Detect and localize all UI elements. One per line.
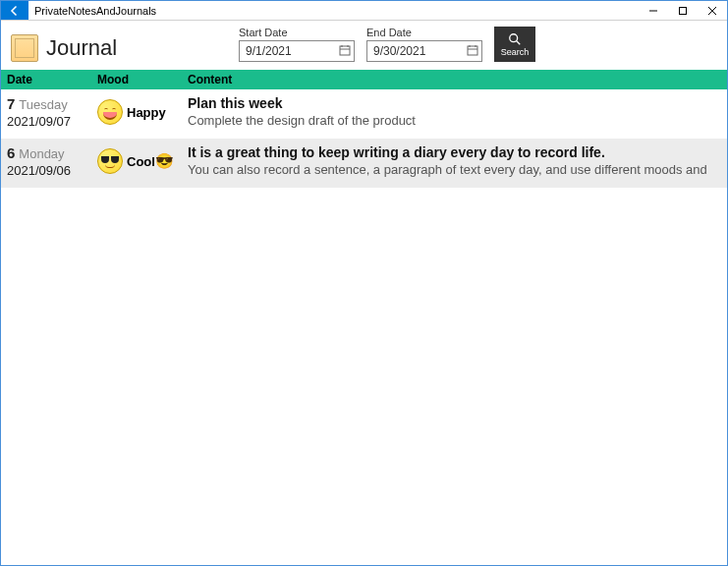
maximize-button[interactable] bbox=[668, 1, 698, 20]
page-title: Journal bbox=[46, 35, 117, 61]
end-date-input[interactable] bbox=[366, 40, 482, 62]
entry-title: It is a great thing to keep writing a di… bbox=[188, 144, 721, 160]
full-date: 2021/09/06 bbox=[7, 163, 97, 178]
svg-rect-0 bbox=[680, 7, 687, 14]
calendar-icon[interactable] bbox=[467, 44, 478, 58]
day-number: 7 bbox=[7, 95, 15, 112]
entry-content: Plan this weekComplete the design draft … bbox=[188, 95, 721, 129]
start-date-label: Start Date bbox=[239, 27, 355, 38]
search-button[interactable]: Search bbox=[494, 27, 535, 62]
journal-icon bbox=[11, 34, 38, 62]
svg-rect-1 bbox=[340, 46, 350, 55]
titlebar: PrivateNotesAndJournals bbox=[1, 1, 727, 21]
search-button-label: Search bbox=[501, 47, 530, 57]
day-number: 6 bbox=[7, 144, 15, 161]
window-controls bbox=[639, 1, 727, 20]
entry-date: 7Tuesday2021/09/07 bbox=[7, 95, 97, 129]
column-mood: Mood bbox=[97, 73, 188, 86]
back-button[interactable] bbox=[1, 1, 28, 20]
entry-mood: Happy bbox=[97, 95, 188, 129]
maximize-icon bbox=[678, 6, 688, 16]
start-date-field: Start Date bbox=[239, 27, 355, 62]
end-date-label: End Date bbox=[366, 27, 482, 38]
entry-content: It is a great thing to keep writing a di… bbox=[188, 144, 721, 178]
column-date: Date bbox=[7, 73, 97, 86]
mood-label: Happy bbox=[127, 105, 166, 120]
entry-list: 7Tuesday2021/09/07HappyPlan this weekCom… bbox=[1, 89, 727, 188]
end-date-field: End Date bbox=[366, 27, 482, 62]
toolbar: Journal Start Date End Date Search bbox=[1, 21, 727, 70]
entry-body: Complete the design draft of the product bbox=[188, 113, 721, 128]
day-name: Tuesday bbox=[19, 97, 67, 112]
column-content: Content bbox=[188, 73, 721, 86]
entry-row[interactable]: 6Monday2021/09/06Cool😎It is a great thin… bbox=[1, 139, 727, 188]
column-header: Date Mood Content bbox=[1, 70, 727, 89]
title-block: Journal bbox=[11, 34, 227, 62]
minimize-icon bbox=[648, 6, 658, 16]
entry-row[interactable]: 7Tuesday2021/09/07HappyPlan this weekCom… bbox=[1, 89, 727, 139]
happy-face-icon bbox=[97, 99, 123, 125]
close-button[interactable] bbox=[698, 1, 727, 20]
day-name: Monday bbox=[19, 146, 64, 161]
mood-label: Cool bbox=[127, 154, 155, 169]
svg-rect-2 bbox=[468, 46, 477, 55]
full-date: 2021/09/07 bbox=[7, 114, 97, 129]
search-icon bbox=[508, 32, 522, 46]
cool-face-icon bbox=[97, 148, 123, 174]
entry-title: Plan this week bbox=[188, 95, 721, 111]
start-date-input[interactable] bbox=[239, 40, 355, 62]
arrow-left-icon bbox=[9, 5, 21, 17]
entry-date: 6Monday2021/09/06 bbox=[7, 144, 97, 178]
calendar-icon[interactable] bbox=[339, 44, 351, 58]
entry-mood: Cool😎 bbox=[97, 144, 188, 178]
minimize-button[interactable] bbox=[639, 1, 668, 20]
mood-emoji-icon: 😎 bbox=[155, 152, 174, 169]
window-title: PrivateNotesAndJournals bbox=[28, 5, 639, 17]
close-icon bbox=[707, 6, 717, 16]
entry-body: You can also record a sentence, a paragr… bbox=[188, 162, 721, 177]
svg-point-3 bbox=[510, 33, 518, 41]
